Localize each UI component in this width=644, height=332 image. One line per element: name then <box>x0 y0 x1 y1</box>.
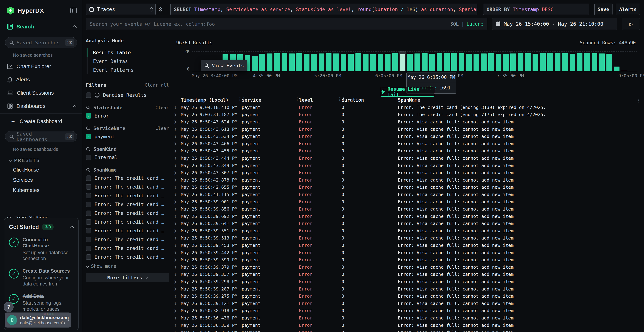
histogram-bar[interactable] <box>326 53 332 71</box>
sidebar-item-chart-explorer[interactable]: Chart Explorer <box>0 60 82 73</box>
expand-row-icon[interactable]: ❯ <box>174 206 181 212</box>
view-events-button[interactable]: View Events <box>201 60 247 71</box>
table-row[interactable]: ❯ May 26 8:50:43.455 PM payment Error 0 … <box>173 148 644 155</box>
histogram-bar[interactable] <box>370 54 376 71</box>
column-header-spanname[interactable]: ⋮⋮SpanName⋮ <box>398 97 644 103</box>
lucene-search-input[interactable]: Search your events w/ Lucene ex. column:… <box>86 18 487 30</box>
expand-row-icon[interactable]: ❯ <box>174 308 181 313</box>
table-row[interactable]: ❯ May 26 8:50:43.349 PM payment Error 0 … <box>173 162 644 169</box>
table-row[interactable]: ❯ May 26 8:50:41.115 PM payment Error 0 … <box>173 191 644 198</box>
table-row[interactable]: ❯ May 26 9:04:18.410 PM payment Error 0 … <box>173 104 644 111</box>
histogram-bar[interactable] <box>333 54 339 71</box>
filter-value-checkbox[interactable]: ✓Error: The credit card … <box>86 252 169 261</box>
histogram-bar[interactable] <box>488 53 494 71</box>
help-button[interactable]: ? <box>4 302 14 312</box>
collapse-sidebar-icon[interactable] <box>70 8 77 14</box>
get-started-step[interactable]: ✓ Create Data Sources Configure where yo… <box>9 268 74 287</box>
filter-value-checkbox[interactable]: ✓Error: The credit card … <box>86 235 169 244</box>
expand-row-icon[interactable]: ❯ <box>174 330 181 332</box>
table-row[interactable]: ❯ May 26 8:50:36.436 PM payment Error 0 … <box>173 314 644 322</box>
histogram-bar[interactable] <box>378 54 383 71</box>
table-row[interactable]: ❯ May 26 8:50:43.307 PM payment Error 0 … <box>173 169 644 176</box>
table-row[interactable]: ❯ May 26 8:50:39.399 PM payment Error 0 … <box>173 256 644 264</box>
source-select[interactable]: Traces <box>86 4 156 15</box>
histogram-bar[interactable] <box>584 53 590 71</box>
histogram-bar[interactable] <box>260 54 265 71</box>
saved-searches-input[interactable]: Saved Searches ⌘K <box>5 37 77 48</box>
expand-row-icon[interactable]: ❯ <box>174 250 181 255</box>
histogram-bar[interactable] <box>429 54 435 71</box>
presets-toggle[interactable]: PRESETS <box>0 154 82 165</box>
table-row[interactable]: ❯ May 26 8:50:39.641 PM payment Error 0 … <box>173 220 644 227</box>
sidebar-item-dashboards[interactable]: Dashboards <box>0 100 82 113</box>
histogram-bar[interactable] <box>385 54 391 71</box>
column-resize-handle[interactable]: ⋮ <box>636 98 641 103</box>
search-icon[interactable] <box>86 168 90 172</box>
table-row[interactable]: ❯ May 26 8:50:43.534 PM payment Error 0 … <box>173 133 644 140</box>
preset-item[interactable]: ClickHouse <box>0 165 82 175</box>
histogram-bar[interactable] <box>518 53 524 71</box>
clear-link[interactable]: Clear <box>156 126 169 131</box>
histogram-bar[interactable] <box>599 54 605 71</box>
histogram-bar[interactable] <box>592 53 597 71</box>
filter-value-checkbox[interactable]: ✓Error: The credit card … <box>86 218 169 226</box>
expand-row-icon[interactable]: ❯ <box>174 105 181 110</box>
expand-row-icon[interactable]: ❯ <box>174 236 181 240</box>
search-icon[interactable] <box>86 147 90 152</box>
expand-row-icon[interactable]: ❯ <box>174 178 181 182</box>
sql-mode-toggle[interactable]: SQL <box>450 21 459 27</box>
preset-item[interactable]: Kubernetes <box>0 185 82 195</box>
column-resize-handle[interactable]: ⋮⋮ <box>238 96 246 102</box>
saved-dashboards-input[interactable]: Saved Dashboards ⌘K <box>5 131 77 142</box>
get-started-step[interactable]: ✓ Add Data Start sending logs, metrics, … <box>9 293 74 312</box>
histogram-bar[interactable] <box>304 54 310 71</box>
expand-row-icon[interactable]: ❯ <box>174 127 181 132</box>
expand-row-icon[interactable]: ❯ <box>174 221 181 226</box>
column-resize-handle[interactable]: ⋮⋮ <box>338 96 346 102</box>
denoise-results-checkbox[interactable]: ✓ Denoise Results <box>86 91 169 100</box>
table-row[interactable]: ❯ May 26 8:50:38.918 PM payment Error 0 … <box>173 307 644 314</box>
histogram-bar[interactable] <box>481 54 486 71</box>
search-icon[interactable] <box>86 105 90 110</box>
filter-value-checkbox[interactable]: ✓Error: The credit card … <box>86 174 169 182</box>
table-row[interactable]: ❯ May 26 8:50:39.121 PM payment Error 0 … <box>173 300 644 307</box>
expand-row-icon[interactable]: ❯ <box>174 294 181 299</box>
histogram-bar[interactable] <box>540 53 546 71</box>
histogram-bar[interactable] <box>282 53 287 71</box>
histogram-bar[interactable] <box>577 53 583 71</box>
expand-row-icon[interactable]: ❯ <box>174 112 181 117</box>
analysis-mode-tab[interactable]: Event Patterns <box>86 66 169 74</box>
table-row[interactable]: ❯ May 26 8:50:36.339 PM payment Error 0 … <box>173 322 644 329</box>
filter-value-checkbox[interactable]: ✓Error: The credit card … <box>86 191 169 200</box>
resume-live-tail-button[interactable]: Resume Live Tail <box>381 87 434 96</box>
histogram-bar[interactable] <box>356 53 361 71</box>
expand-row-icon[interactable]: ❯ <box>174 163 181 168</box>
table-row[interactable]: ❯ May 26 8:50:39.551 PM payment Error 0 … <box>173 227 644 234</box>
table-row[interactable]: ❯ May 26 8:50:42.655 PM payment Error 0 … <box>173 184 644 191</box>
table-row[interactable]: ❯ May 26 8:50:39.275 PM payment Error 0 … <box>173 292 644 300</box>
table-row[interactable]: ❯ May 26 8:50:43.466 PM payment Error 0 … <box>173 140 644 148</box>
preset-item[interactable]: Services <box>0 175 82 185</box>
search-icon[interactable] <box>86 126 90 131</box>
order-by-input[interactable]: ORDER BY Timestamp DESC <box>483 4 589 15</box>
expand-row-icon[interactable]: ❯ <box>174 148 181 154</box>
expand-row-icon[interactable]: ❯ <box>174 286 181 292</box>
table-row[interactable]: ❯ May 26 8:50:43.613 PM payment Error 0 … <box>173 126 644 133</box>
source-settings-gear-icon[interactable]: ⚙ <box>158 6 162 12</box>
expand-row-icon[interactable]: ❯ <box>174 156 181 161</box>
clear-all-link[interactable]: Clear all <box>145 82 169 88</box>
expand-row-icon[interactable]: ❯ <box>174 264 181 270</box>
histogram-bar[interactable] <box>296 53 302 71</box>
histogram-bar[interactable] <box>459 53 464 71</box>
table-row[interactable]: ❯ May 26 8:50:39.453 PM payment Error 0 … <box>173 242 644 249</box>
table-row[interactable]: ❯ May 26 8:50:39.379 PM payment Error 0 … <box>173 264 644 271</box>
histogram-bar[interactable] <box>252 56 258 71</box>
expand-row-icon[interactable]: ❯ <box>174 192 181 197</box>
filter-value-checkbox[interactable]: ✓Error <box>86 112 169 120</box>
histogram-bar[interactable] <box>392 53 398 71</box>
table-row[interactable]: ❯ May 26 8:50:39.856 PM payment Error 0 … <box>173 205 644 213</box>
expand-row-icon[interactable]: ❯ <box>174 185 181 190</box>
histogram-bar[interactable] <box>318 54 324 71</box>
histogram-bar[interactable] <box>562 53 568 71</box>
column-header-timestamp[interactable]: Timestamp (Local) <box>181 97 242 103</box>
